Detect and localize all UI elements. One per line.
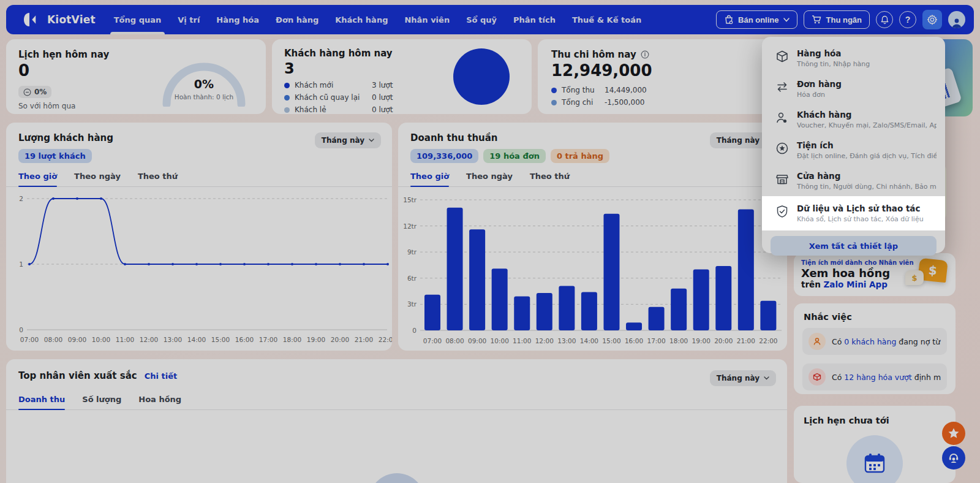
empty-state-circle [369,473,425,483]
top-staff-card: Top nhân viên xuất sắc Chi tiết Tháng nà… [6,359,787,483]
sell-online-button[interactable]: Bán online [716,10,797,29]
nav-item-tong-quan[interactable]: Tổng quan [114,5,161,34]
revenue-invoices-badge: 19 hóa đơn [483,149,546,163]
svg-text:15tr: 15tr [403,196,417,203]
chevron-down-icon [764,376,769,380]
store-icon [775,172,789,186]
svg-text:2: 2 [19,195,23,202]
tab-so-luong[interactable]: Số lượng [82,395,121,409]
menu-item-khach-hang[interactable]: Khách hàngVoucher, Khuyến mại, Zalo/SMS/… [762,104,945,135]
kiotviet-logo-icon [23,12,42,27]
nav-item-hang-hoa[interactable]: Hàng hóa [216,5,259,34]
traffic-period-dropdown[interactable]: Tháng này [315,132,381,148]
rating-fab[interactable] [942,422,965,445]
support-fab[interactable] [942,446,965,470]
info-icon[interactable] [641,50,649,59]
cart-icon [812,15,822,25]
svg-text:17:00: 17:00 [647,337,665,344]
svg-text:15:00: 15:00 [602,337,620,344]
cashier-label: Thu ngân [826,15,862,25]
nav-item-so-quy[interactable]: Sổ quỹ [466,5,497,34]
chevron-down-icon [783,18,790,22]
person-edit-icon [775,111,789,124]
legend-dot [284,95,290,101]
settings-dropdown-menu: Hàng hóaThông tin, Nhập hàng Đơn hàngHóa… [762,37,945,253]
zalo-mini-app-label: Zalo Mini App [824,280,888,289]
staff-period-dropdown[interactable]: Tháng này [710,370,776,386]
support-agent-icon [948,452,960,464]
svg-text:19:00: 19:00 [307,336,325,343]
svg-text:13:00: 13:00 [557,337,576,344]
shield-check-icon [775,205,789,218]
svg-text:10:00: 10:00 [92,336,110,343]
sell-online-label: Bán online [738,15,778,25]
shopping-bag-icon [724,15,734,25]
nav-item-thue-ke-toan[interactable]: Thuế & Kế toán [572,5,641,34]
stock-link[interactable]: 12 hàng hóa vượt [844,373,911,382]
brand-name: KiotViet [47,13,96,26]
reminder-debt-row[interactable]: Có 0 khách hàng đang nợ từ 1 [802,328,947,355]
svg-text:10:00: 10:00 [491,337,509,344]
nav-item-khach-hang[interactable]: Khách hàng [335,5,388,34]
menu-item-hang-hoa[interactable]: Hàng hóaThông tin, Nhập hàng [762,43,945,74]
help-button[interactable]: ? [899,11,916,28]
cashflow-card: Thu chi hôm nay 12,949,000 Tổng thu14,44… [538,39,797,114]
tab-theo-thu[interactable]: Theo thứ [138,172,178,186]
reminders-card: Nhắc việc Có 0 khách hàng đang nợ từ 1 C… [794,303,956,394]
person-icon [951,17,963,28]
nav-item-nhan-vien[interactable]: Nhân viên [404,5,450,34]
calendar-empty-state [846,435,903,483]
tab-hoa-hong[interactable]: Hoa hồng [138,395,181,409]
svg-text:14:00: 14:00 [187,336,206,343]
staff-detail-link[interactable]: Chi tiết [145,371,177,381]
tab-theo-ngay[interactable]: Theo ngày [74,172,121,186]
tab-theo-gio[interactable]: Theo giờ [410,172,449,186]
svg-text:22:00: 22:00 [759,337,777,344]
reminders-title: Nhắc việc [794,303,956,328]
svg-text:20:00: 20:00 [714,337,733,344]
revenue-amount-badge: 109,336,000 [410,149,478,163]
settings-button[interactable] [922,10,942,29]
profile-avatar[interactable] [948,11,965,28]
menu-item-tien-ich[interactable]: Tiện íchĐặt lịch online, Đánh giá dịch v… [762,135,945,165]
legend-dot [551,100,557,105]
svg-text:0: 0 [412,327,417,334]
svg-text:1: 1 [19,261,23,268]
nav-item-phan-tich[interactable]: Phân tích [513,5,556,34]
revenue-title: Doanh thu thuần [410,132,609,143]
transfer-icon [775,80,789,94]
nav-item-vi-tri[interactable]: Vị trí [178,5,200,34]
svg-text:12tr: 12tr [403,222,417,230]
gauge-note: Hoàn thành: 0 lịch [158,93,250,101]
menu-item-du-lieu-lich-su[interactable]: Dữ liệu và Lịch sử thao tácKhóa sổ, Lịch… [762,196,945,230]
tab-theo-gio[interactable]: Theo giờ [18,172,57,186]
tab-theo-thu[interactable]: Theo thứ [530,172,570,186]
nav-item-don-hang[interactable]: Đơn hàng [276,5,318,34]
chevron-down-icon [369,139,374,142]
legend-dot [284,83,290,88]
tab-doanh-thu[interactable]: Doanh thu [18,395,65,409]
person-debt-icon [809,333,826,350]
upcoming-appointments-card: Lịch hẹn chưa tới [794,406,956,483]
svg-text:19:00: 19:00 [692,337,710,344]
tab-theo-ngay[interactable]: Theo ngày [466,172,513,186]
legend-dot [551,88,557,93]
box-icon [775,50,789,63]
menu-item-cua-hang[interactable]: Cửa hàngThông tin, Người dùng, Chi nhánh… [762,165,945,196]
svg-text:0: 0 [19,326,23,333]
staff-title: Top nhân viên xuất sắc [18,370,137,381]
box-stock-icon [809,368,826,386]
svg-text:21:00: 21:00 [737,337,755,344]
menu-item-don-hang[interactable]: Đơn hàngHóa đơn [762,74,945,104]
svg-text:07:00: 07:00 [423,337,442,344]
kiotviet-logo[interactable]: KiotViet [23,12,96,27]
cashier-button[interactable]: Thu ngân [804,10,870,29]
zalo-banner-card[interactable]: Tiện ích mới dành cho Nhân viên Xem hoa … [794,253,956,296]
debt-link[interactable]: 0 khách hàng [844,337,896,346]
customers-card: Khách hàng hôm nay 3 Khách mới3 lượt Khá… [272,39,532,114]
traffic-count-badge: 19 lượt khách [18,149,92,163]
svg-text:13:00: 13:00 [164,336,182,343]
reminder-stock-row[interactable]: Có 12 hàng hóa vượt định mức tồn [802,363,947,390]
notifications-button[interactable] [876,11,893,28]
view-all-settings-button[interactable]: Xem tất cả thiết lập [771,236,937,256]
